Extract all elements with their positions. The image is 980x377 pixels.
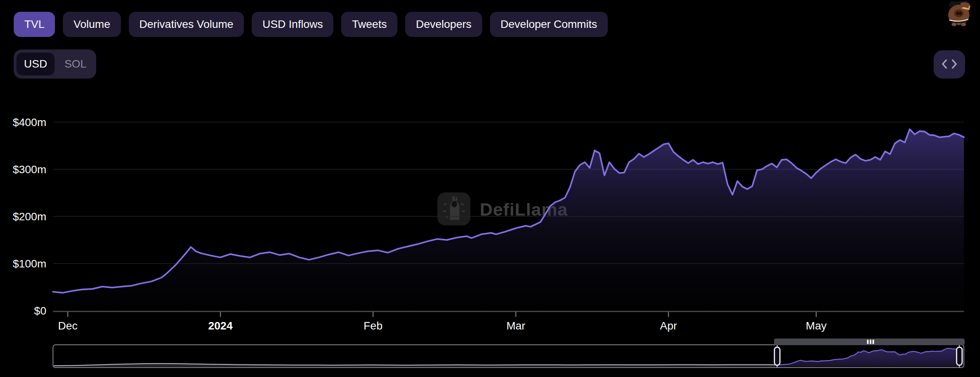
drag-grip-icon (872, 340, 874, 344)
x-axis-label: Dec (58, 320, 78, 332)
drag-grip-icon (870, 340, 871, 344)
tvl-chart[interactable]: $0$100m$200m$300m$400mDec2024FebMarAprMa… (0, 0, 980, 377)
y-axis-label: $300m (13, 163, 46, 176)
y-axis-label: $400m (13, 116, 46, 128)
y-axis-label: $0 (34, 305, 46, 317)
x-axis-label: Mar (506, 320, 525, 332)
brush-handle-right[interactable] (956, 347, 962, 365)
x-axis-label: Feb (364, 320, 382, 332)
tvl-area-fill (53, 129, 964, 310)
tvl-area-series[interactable] (53, 129, 964, 310)
brush-handle-left[interactable] (774, 347, 780, 365)
y-axis-label: $100m (13, 258, 46, 270)
brush-selection-bar[interactable] (774, 339, 965, 345)
x-axis-label: Apr (660, 320, 677, 332)
y-axis-label: $200m (13, 210, 46, 223)
x-axis-label: 2024 (208, 320, 233, 332)
brush-range-selector[interactable] (53, 339, 965, 368)
x-axis-label: May (806, 320, 826, 332)
drag-grip-icon (867, 340, 868, 344)
